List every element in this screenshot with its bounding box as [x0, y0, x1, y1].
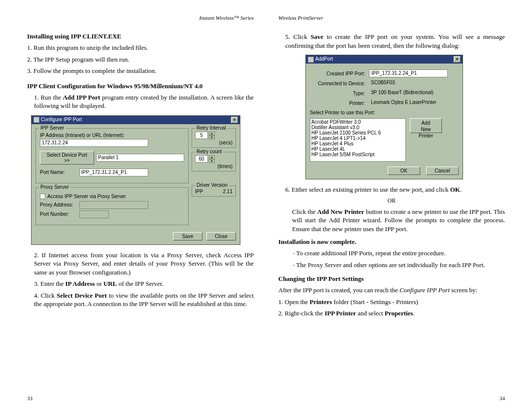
step-text: 1. Run this program to unzip the include… — [27, 43, 254, 52]
list-item[interactable]: HP LaserJet 4L — [311, 146, 404, 152]
proxy-port-input[interactable] — [79, 210, 109, 218]
page-number: 34 — [278, 395, 505, 401]
proxy-checkbox[interactable] — [40, 194, 45, 199]
heading-change-settings: Changing the IPP Port Settings — [278, 275, 505, 283]
created-port-value: IPP_172.31.2.24_P1 — [369, 69, 448, 77]
proxy-checkbox-label: Access IPP Server via Proxy Server — [47, 194, 126, 199]
series-header-right: Wireless PrintServer — [278, 15, 505, 21]
bullet-text: · The Proxy Server and other options are… — [293, 261, 505, 270]
addport-dialog: AddPort × Created IPP Port: IPP_172.31.2… — [305, 55, 463, 179]
step-text: 1. Open the Printers folder (Start - Set… — [278, 298, 505, 307]
bullet-text: · To create additional IPP Ports, repeat… — [293, 249, 505, 258]
ipp-server-group: IPP Server IP Address (Intranet) or URL … — [35, 128, 189, 183]
group-label: Retry count — [195, 149, 223, 154]
left-page: Instant Wireless™ Series Installing usin… — [15, 15, 266, 401]
close-button[interactable]: Close — [206, 232, 236, 240]
intro-text: After the IPP port is created, you can r… — [278, 286, 505, 295]
step-text: 4. Click Select Device Port to view the … — [27, 291, 254, 308]
list-item[interactable]: HP LaserJet 2100 Series PCL 6 — [311, 130, 404, 136]
step-text: Click the Add New Printer button to crea… — [278, 207, 505, 234]
add-new-printer-button[interactable]: Add New Printer — [410, 118, 442, 133]
group-label: Driver Version — [195, 182, 229, 188]
group-label: Proxy Server — [39, 184, 70, 190]
ip-url-input[interactable]: 172.31.2.24 — [40, 139, 148, 147]
step-text: 1. Run the Add IPP Port program entry cr… — [27, 93, 254, 110]
proxy-server-group: Proxy Server Access IPP Server via Proxy… — [35, 187, 189, 225]
dialog-titlebar: AddPort × — [306, 55, 463, 64]
printer-value: Lexmark Optra E LaserPrinter — [369, 99, 448, 107]
step-text: 6. Either select an existing printer to … — [278, 185, 505, 194]
proxy-address-input[interactable] — [79, 201, 148, 209]
device-port-value: Parallel 1 — [96, 154, 184, 162]
app-icon — [33, 117, 39, 123]
right-page: Wireless PrintServer 5. Click Save to cr… — [266, 15, 517, 401]
list-item[interactable]: HP LaserJet 4 LPT1->14 — [311, 136, 404, 141]
driver-ipp-value: 2.11 — [223, 189, 233, 194]
list-item[interactable]: HP LaserJet 5/5M PostScript — [311, 152, 404, 157]
type-value: 3P 100 BaseT (Bidirectional) — [369, 89, 448, 97]
connected-device-value: SC0B5F03 — [369, 79, 448, 87]
or-separator: OR — [278, 197, 505, 205]
dialog-titlebar: Configure IPP Port × — [32, 116, 240, 124]
created-port-label: Created IPP Port: — [310, 71, 369, 76]
spinner-icon[interactable]: ▴▾ — [209, 132, 215, 139]
heading-install: Installing using IPP CLIENT.EXE — [27, 33, 254, 40]
step-text: 2. If Internet access from your location… — [27, 251, 254, 277]
step-text: 2. Right-click the IPP Printer and selec… — [278, 309, 505, 318]
retry-count-input[interactable]: 60 — [195, 155, 208, 163]
heading-complete: Installation is now complete. — [278, 238, 505, 246]
list-item[interactable]: HP LaserJet 4 Plus — [311, 141, 404, 146]
port-name-label: Port Name: — [40, 170, 79, 175]
spinner-icon[interactable]: ▴▾ — [209, 155, 215, 163]
close-icon[interactable]: × — [231, 117, 238, 123]
configure-ipp-port-dialog: Configure IPP Port × IPP Server IP Addre… — [31, 115, 240, 245]
cancel-button[interactable]: Cancel — [426, 167, 459, 175]
driver-ipp-label: IPP — [195, 189, 203, 194]
unit-label: (times) — [195, 164, 233, 169]
ok-button[interactable]: OK — [388, 167, 420, 175]
printer-listbox[interactable]: Acrobat PDFWriter 3.0 Distiller Assistan… — [310, 118, 406, 162]
list-item[interactable]: Acrobat PDFWriter 3.0 — [311, 119, 404, 125]
dialog-title: AddPort — [315, 56, 333, 62]
driver-version-group: Driver Version IPP 2.11 — [192, 185, 236, 197]
step-text: 2. The IPP Setup program will then run. — [27, 55, 254, 64]
retry-interval-input[interactable]: 5 — [195, 132, 208, 139]
unit-label: (secs) — [195, 140, 233, 145]
group-label: Retry Interval — [195, 125, 227, 131]
retry-interval-group: Retry Interval 5 ▴▾ (secs) — [192, 128, 236, 148]
series-header-left: Instant Wireless™ Series — [27, 15, 254, 21]
dialog-title: Configure IPP Port — [41, 117, 82, 122]
step-text: 3. Follow the prompts to complete the in… — [27, 67, 254, 75]
step-text: 5. Click Save to create the IPP port on … — [278, 33, 505, 50]
group-label: IPP Server — [39, 125, 66, 131]
printer-label: Printer: — [310, 101, 369, 106]
proxy-address-label: Proxy Address: — [40, 202, 79, 207]
close-icon[interactable]: × — [454, 56, 461, 63]
port-name-input[interactable]: IPP_172.31.2.24_P1 — [79, 169, 148, 176]
proxy-port-label: Port Number: — [40, 211, 79, 217]
heading-ipp-config: IPP Client Configuration for Windows 95/… — [27, 82, 254, 90]
retry-count-group: Retry count 60 ▴▾ (times) — [192, 152, 236, 171]
connected-device-label: Connected to Device: — [310, 81, 369, 86]
page-number: 33 — [27, 395, 254, 401]
type-label: Type: — [310, 91, 369, 96]
select-device-port-button[interactable]: Select Device Port >> — [40, 151, 94, 165]
app-icon — [308, 57, 314, 63]
list-item[interactable]: Distiller Assistant v3.0 — [311, 125, 404, 130]
step-text: 3. Enter the IP Address or URL of the IP… — [27, 279, 254, 288]
select-printer-label: Select Printer to use this Port: — [310, 110, 459, 115]
ip-url-label: IP Address (Intranet) or URL (Internet): — [40, 133, 184, 138]
save-button[interactable]: Save — [173, 232, 202, 240]
